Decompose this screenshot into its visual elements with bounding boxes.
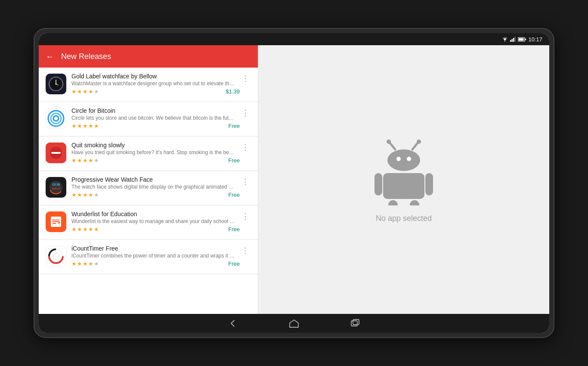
svg-rect-45 [374,173,382,195]
no-app-text: No app selected [376,214,432,223]
app-price: Free [228,123,240,129]
toolbar: ← New Releases [39,45,258,68]
app-meta: ★ ★ ★ ★ ★ Free [71,226,240,233]
app-meta: ★ ★ ★ ★ ★ Free [71,123,240,129]
main-area: ← New Releases [39,45,549,314]
wifi-icon [501,37,508,42]
svg-point-38 [387,140,391,144]
app-price: Free [228,226,240,233]
nav-bar [39,314,549,333]
list-item[interactable]: iCountTimer Free iCountTimer combines th… [39,240,258,274]
list-item[interactable]: Circle for Bitcoin Circle lets you store… [39,102,258,136]
svg-rect-13 [46,109,65,128]
tablet-frame: 10:17 ← New Releases [34,28,554,338]
svg-rect-51 [353,319,359,325]
toolbar-title: New Releases [61,52,111,61]
svg-rect-2 [513,38,514,42]
nav-recent-button[interactable] [350,319,360,328]
svg-point-12 [56,84,57,85]
app-list-panel: ← New Releases [39,45,258,314]
app-list: Gold Label watchface by Bellow WatchMast… [39,68,258,314]
list-item[interactable]: Gold Label watchface by Bellow WatchMast… [39,68,258,102]
app-desc: Circle lets you store and use bitcoin. W… [71,115,235,121]
svg-rect-48 [410,200,419,205]
svg-rect-6 [519,38,524,40]
stars: ★ ★ ★ ★ ★ [71,88,99,95]
svg-rect-3 [515,37,516,42]
svg-marker-49 [290,320,298,327]
list-item[interactable]: Wunderlist for Education Wunderlist is t… [39,205,258,240]
app-desc: The watch face shows digital time displa… [71,184,235,190]
svg-rect-46 [425,173,433,195]
tablet-screen: 10:17 ← New Releases [39,33,549,333]
app-desc: iCountTimer combines the power of timer … [71,253,235,259]
app-desc: WatchMaster is a watchface designer grou… [71,81,235,87]
svg-point-43 [407,157,411,161]
back-button[interactable]: ← [46,52,54,62]
app-name: Progressive Wear Watch Face [71,176,240,183]
svg-text:MON 23: MON 23 [52,187,60,190]
svg-rect-50 [351,321,357,326]
app-name: iCountTimer Free [71,245,240,252]
status-time: 10:17 [528,36,542,43]
app-icon-watchface [46,74,66,94]
battery-icon [518,37,526,42]
app-name: Gold Label watchface by Bellow [71,73,240,80]
stars: ★ ★ ★ ★ ★ [71,261,99,267]
signal-icon [510,37,516,42]
app-info: iCountTimer Free iCountTimer combines th… [71,245,240,267]
menu-dots-button[interactable]: ⋮ [240,244,251,257]
svg-line-37 [390,143,395,149]
app-meta: ★ ★ ★ ★ ★ Free [71,261,240,267]
svg-rect-19 [51,152,61,154]
app-price: $1.39 [226,88,240,95]
svg-rect-5 [525,38,526,40]
app-price: Free [228,157,240,164]
svg-rect-0 [510,40,511,42]
app-info: Progressive Wear Watch Face The watch fa… [71,176,240,198]
app-info: Gold Label watchface by Bellow WatchMast… [71,73,240,95]
list-item[interactable]: Quit smoking slowly Have you tried quit … [39,136,258,171]
app-meta: ★ ★ ★ ★ ★ Free [71,157,240,164]
detail-panel: No app selected [258,45,549,314]
svg-rect-47 [388,200,398,205]
app-info: Quit smoking slowly Have you tried quit … [71,142,240,164]
menu-dots-button[interactable]: ⋮ [240,72,251,85]
app-price: Free [228,192,240,198]
status-bar: 10:17 [39,33,549,45]
app-icon-progressive: 15:38 MON 23 [46,177,66,198]
stars: ★ ★ ★ ★ ★ [71,123,99,129]
menu-dots-button[interactable]: ⋮ [240,210,251,223]
nav-home-button[interactable] [289,319,299,328]
app-icon-bitcoin [46,108,66,129]
app-icon-timer [46,246,66,267]
app-meta: ★ ★ ★ ★ ★ $1.39 [71,88,240,95]
app-desc: Have you tried quit smoking before? It's… [71,149,235,155]
menu-dots-button[interactable]: ⋮ [240,175,251,188]
app-info: Wunderlist for Education Wunderlist is t… [71,211,240,233]
menu-dots-button[interactable]: ⋮ [240,106,251,119]
menu-dots-button[interactable]: ⋮ [240,141,251,154]
app-price: Free [228,261,240,267]
app-icon-quit [46,143,66,163]
app-meta: ★ ★ ★ ★ ★ Free [71,192,240,198]
android-robot-icon [369,136,438,205]
svg-rect-44 [383,173,424,199]
stars: ★ ★ ★ ★ ★ [71,226,99,233]
app-info: Circle for Bitcoin Circle lets you store… [71,107,240,129]
app-name: Wunderlist for Education [71,211,240,217]
list-item[interactable]: 15:38 MON 23 Progressive Wear Watch Face… [39,171,258,205]
app-name: Quit smoking slowly [71,142,240,149]
stars: ★ ★ ★ ★ ★ [71,192,99,198]
app-name: Circle for Bitcoin [71,107,240,114]
svg-text:15:38: 15:38 [52,183,60,186]
app-icon-wunderlist [46,211,66,232]
svg-rect-41 [387,149,420,171]
svg-point-40 [417,140,421,144]
stars: ★ ★ ★ ★ ★ [71,157,99,164]
nav-back-button[interactable] [228,319,238,328]
status-icons: 10:17 [501,36,542,43]
app-desc: Wunderlist is the easiest way to manage … [71,218,235,224]
svg-rect-1 [512,39,513,42]
svg-point-42 [396,157,401,161]
